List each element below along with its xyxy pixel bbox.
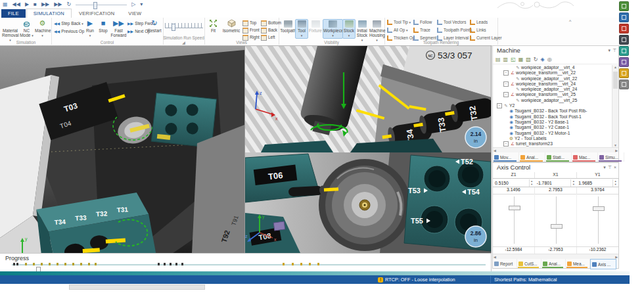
tab-measure[interactable]: Mea... xyxy=(566,259,590,268)
collapse-icon[interactable]: − xyxy=(503,81,509,87)
tree-item[interactable]: ✎workpiece_adaptor__virt_22 xyxy=(493,76,612,81)
tree-copy-icon[interactable]: ▦ xyxy=(518,57,524,62)
viewport-top-right[interactable]: T34 T33 T32 NC 53/3 057 x z 2.14 in xyxy=(245,45,492,153)
tree-item[interactable]: ✎workpiece_adaptor__virt_4 xyxy=(493,65,612,70)
tab-report[interactable]: Report xyxy=(493,259,517,268)
tree-item[interactable]: ⚙Y2 - Tool Labels xyxy=(493,136,612,141)
collapse-icon[interactable]: − xyxy=(503,70,509,76)
tab-machine[interactable]: Mac... xyxy=(572,152,598,162)
tab-statistics[interactable]: Stati... xyxy=(545,152,572,162)
tab-axis-control[interactable]: Axis ... xyxy=(590,259,616,269)
axis-slider-y1[interactable] xyxy=(577,194,618,246)
axis-slider-handle[interactable] xyxy=(509,206,520,210)
isometric-button[interactable]: Isometric xyxy=(222,19,241,33)
collapse-icon[interactable]: − xyxy=(503,141,509,147)
viewport-main[interactable]: T03 T04 T92 T91 T xyxy=(0,45,245,254)
tree-item[interactable]: ◉Tsugami_B032 - Back Tool Post Rib- xyxy=(493,108,612,114)
panel-pin-icon[interactable]: ⊤ xyxy=(608,165,612,170)
tree-item[interactable]: −∠workpiece_transform__virt_24 xyxy=(493,81,612,87)
monitor-icon[interactable] xyxy=(619,1,629,11)
console-icon[interactable] xyxy=(619,35,629,45)
qat-step-end-button[interactable]: ▶▶ xyxy=(54,1,62,9)
previous-op-button[interactable]: ◀◀Previous Op xyxy=(54,29,84,34)
tree-item[interactable]: ◉Tsugami_B032 - Y2 Base-1 xyxy=(493,120,612,125)
alert-icon[interactable] xyxy=(619,24,629,34)
axis-slider-z1[interactable] xyxy=(493,194,535,246)
axis-hscrollbar[interactable]: ◀▶ xyxy=(493,254,618,259)
list-icon[interactable] xyxy=(619,12,629,22)
settings-strip-icon[interactable] xyxy=(619,80,629,89)
collapse-icon[interactable]: − xyxy=(497,103,502,108)
leads-button[interactable]: Leads xyxy=(470,20,488,25)
tree-info-icon[interactable]: ◈ xyxy=(541,57,545,62)
fixture-button[interactable]: Fixture xyxy=(308,19,323,34)
viewport-bottom-right[interactable]: T06 T08 T52 T53 xyxy=(245,152,492,253)
tree-collapse-icon[interactable]: ▤ xyxy=(495,57,501,62)
tab-file[interactable]: FILE xyxy=(1,9,26,18)
nc-mode-button[interactable]: NC NC Mode ▾ xyxy=(19,19,34,38)
tree-item[interactable]: ◉Tsugami_B032 - Y2 Motor-1 xyxy=(493,131,612,136)
material-removal-button[interactable]: Material Removal ▾ xyxy=(2,19,18,43)
tree-search-icon[interactable]: ◎ xyxy=(547,57,552,62)
spinner[interactable]: ▴▾ xyxy=(529,179,534,187)
run-speed-handle[interactable] xyxy=(172,24,175,31)
tree-item[interactable]: ✎workpiece_adaptor__virt_25 xyxy=(493,98,612,103)
tree-item[interactable]: ◉Tsugami_B032 - Back Tool Post-1 xyxy=(493,114,612,120)
view-front-button[interactable]: Front xyxy=(242,28,260,34)
scroll-up-icon[interactable]: ▲ xyxy=(614,65,617,69)
tab-movements[interactable]: Mov... xyxy=(493,152,519,162)
camera-icon[interactable] xyxy=(619,57,629,67)
run-speed-slider[interactable] xyxy=(165,23,203,28)
tab-analysis-dock[interactable]: Anal... xyxy=(541,259,566,268)
run-button[interactable]: ▶ Run▾ xyxy=(84,19,96,38)
tree-paste-icon[interactable]: ▧ xyxy=(526,57,531,62)
qat-step-begin-button[interactable]: ◀◀ xyxy=(12,1,20,9)
panel-dropdown-icon[interactable]: ▾ xyxy=(608,48,610,53)
axis-value-field[interactable]: 0.5150▴▾ xyxy=(493,178,536,187)
axis-value-field[interactable]: 1.9685▴▾ xyxy=(576,178,619,187)
tree-add-icon[interactable]: ▥ xyxy=(503,57,509,62)
qat-speed-slider[interactable] xyxy=(76,1,127,8)
axis-value-field[interactable]: -1.7801▴▾ xyxy=(535,178,578,187)
trace-button[interactable]: Trace xyxy=(413,28,430,33)
view-back-button[interactable]: Back xyxy=(261,28,277,34)
tree-item[interactable]: −✎Y2 xyxy=(493,103,612,108)
qat-dropdown-icon[interactable]: ▾ xyxy=(140,1,143,9)
tab-verification[interactable]: VERIFICATION xyxy=(72,9,121,18)
view-top-button[interactable]: Top xyxy=(242,20,256,26)
spinner[interactable]: ▴▾ xyxy=(612,179,618,187)
qat-fast-forward-button[interactable]: ▶▶ xyxy=(41,1,49,9)
links-button[interactable]: Links xyxy=(470,28,486,33)
tree-item[interactable]: −∠workpiece_transform__virt_22 xyxy=(493,70,612,76)
progress-timeline[interactable] xyxy=(12,264,486,269)
spinner[interactable]: ▴▾ xyxy=(570,179,576,187)
qat-play-button[interactable]: ▶ xyxy=(25,1,29,9)
chart-icon[interactable] xyxy=(619,46,629,56)
tool-vectors-button[interactable]: Tool Vectors xyxy=(437,20,466,25)
tree-item[interactable]: ◉Tsugami_B032 - Y2 Case-1 xyxy=(493,125,612,130)
fit-button[interactable]: Fit xyxy=(205,19,221,33)
qat-stop-button[interactable]: ■ xyxy=(34,1,37,9)
axis-slider-handle[interactable] xyxy=(551,224,563,229)
machine-hscrollbar[interactable]: ◀▶ xyxy=(493,147,618,152)
machine-tree-scrollbar[interactable]: ▲▼ xyxy=(612,65,618,147)
axis-slider-x1[interactable] xyxy=(535,194,577,246)
qat-speed-slider-handle[interactable] xyxy=(93,2,97,9)
stock-button[interactable]: Stock▾ xyxy=(342,19,356,39)
qat-loop-button[interactable]: ↻ xyxy=(67,1,72,9)
tab-analysis[interactable]: Anal... xyxy=(519,152,545,162)
tree-item[interactable]: ✎workpiece_adaptor__virt_24 xyxy=(493,87,612,92)
step-back-button[interactable]: ◀◀Step Back ▾ xyxy=(54,21,83,26)
tab-view[interactable]: VIEW xyxy=(122,9,148,18)
toolpath-points-button[interactable]: Toolpath Points xyxy=(437,28,472,33)
tree-item[interactable]: −∠turret_transform23 xyxy=(493,141,612,147)
fast-forward-button[interactable]: ▶▶ Fast Forward xyxy=(110,19,127,37)
dialog-launcher-icon[interactable]: ◢ xyxy=(182,40,185,45)
qat-cursor-button[interactable]: ▷ xyxy=(131,1,135,9)
tool-tip-button[interactable]: Tool Tip ▾ xyxy=(387,20,411,25)
report-strip-icon[interactable] xyxy=(619,68,629,78)
stop-button[interactable]: ■ Stop xyxy=(97,19,109,33)
tree-item[interactable]: −∠workpiece_transform__virt_25 xyxy=(493,92,612,97)
follow-button[interactable]: Follow xyxy=(413,20,432,25)
tree-import-icon[interactable]: ◱ xyxy=(511,57,516,62)
